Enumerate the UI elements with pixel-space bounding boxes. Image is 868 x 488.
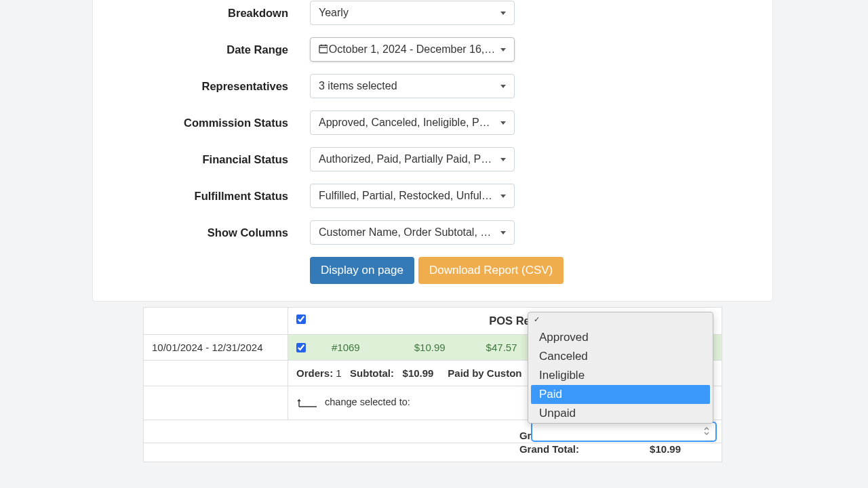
change-status-select[interactable] <box>531 422 717 442</box>
fulfillment-status-label: Fulfillment Status <box>93 190 310 203</box>
table-header-spacer <box>144 308 288 335</box>
chevron-down-icon <box>500 231 506 235</box>
representatives-value: 3 items selected <box>319 80 397 92</box>
order-v2: $47.57 <box>486 342 517 353</box>
summary-spacer <box>144 361 288 386</box>
representatives-label: Representatives <box>93 80 310 93</box>
display-button[interactable]: Display on page <box>310 257 414 284</box>
grand-total-label-2: Grand Total: <box>519 443 579 455</box>
breakdown-label: Breakdown <box>93 7 310 20</box>
date-range-cell: 10/01/2024 - 12/31/2024 <box>144 335 288 361</box>
order-v1: $10.99 <box>414 342 446 353</box>
row-checkbox[interactable] <box>296 343 306 352</box>
download-csv-button[interactable]: Download Report (CSV) <box>418 257 564 284</box>
show-columns-value: Customer Name, Order Subtotal, Paid l <box>319 226 495 239</box>
calendar-icon <box>319 44 328 56</box>
fulfillment-status-select[interactable]: Fulfilled, Partial, Restocked, Unfulfill… <box>310 184 515 208</box>
chevron-down-icon <box>500 85 506 88</box>
financial-status-value: Authorized, Paid, Partially Paid, Partia… <box>319 153 495 165</box>
change-spacer <box>144 386 288 420</box>
breakdown-value: Yearly <box>319 7 349 19</box>
commission-status-value: Approved, Canceled, Ineligible, Paid, U <box>319 117 495 129</box>
chevron-down-icon <box>500 121 506 125</box>
arrow-up-right-icon <box>296 396 318 410</box>
svg-rect-0 <box>319 45 328 53</box>
commission-status-label: Commission Status <box>93 117 310 129</box>
status-dropdown[interactable]: ✓ ApprovedCanceledIneligiblePaidUnpaid <box>528 312 713 424</box>
dropdown-option-ineligible[interactable]: Ineligible <box>528 366 713 385</box>
check-icon: ✓ <box>534 315 540 324</box>
dropdown-option-approved[interactable]: Approved <box>528 328 713 347</box>
header-right-label: POS Re <box>489 314 530 327</box>
date-range-value: October 1, 2024 - December 16, 2024 <box>329 43 496 56</box>
chevron-down-icon <box>500 195 506 198</box>
chevron-down-icon <box>500 12 506 15</box>
dropdown-option-paid[interactable]: Paid <box>531 385 710 404</box>
grand-total-val-2: $10.99 <box>650 443 681 455</box>
financial-status-label: Financial Status <box>93 153 310 166</box>
chevron-down-icon <box>500 158 506 161</box>
show-columns-label: Show Columns <box>93 226 310 239</box>
show-columns-select[interactable]: Customer Name, Order Subtotal, Paid l <box>310 220 515 245</box>
representatives-select[interactable]: 3 items selected <box>310 74 515 98</box>
financial-status-select[interactable]: Authorized, Paid, Partially Paid, Partia… <box>310 147 515 171</box>
order-id: #1069 <box>332 342 360 353</box>
fulfillment-status-value: Fulfilled, Partial, Restocked, Unfulfill… <box>319 190 495 202</box>
date-range-label: Date Range <box>93 43 310 56</box>
dropdown-option-canceled[interactable]: Canceled <box>528 347 713 366</box>
breakdown-select[interactable]: Yearly <box>310 1 515 25</box>
change-label: change selected to: <box>325 396 410 407</box>
select-all-checkbox[interactable] <box>296 314 306 324</box>
commission-status-select[interactable]: Approved, Canceled, Ineligible, Paid, U <box>310 110 515 135</box>
chevron-up-down-icon <box>703 426 710 438</box>
chevron-down-icon <box>500 48 506 52</box>
date-range-picker[interactable]: October 1, 2024 - December 16, 2024 <box>310 37 515 62</box>
dropdown-blank-option[interactable]: ✓ <box>528 312 713 328</box>
dropdown-option-unpaid[interactable]: Unpaid <box>528 404 713 423</box>
